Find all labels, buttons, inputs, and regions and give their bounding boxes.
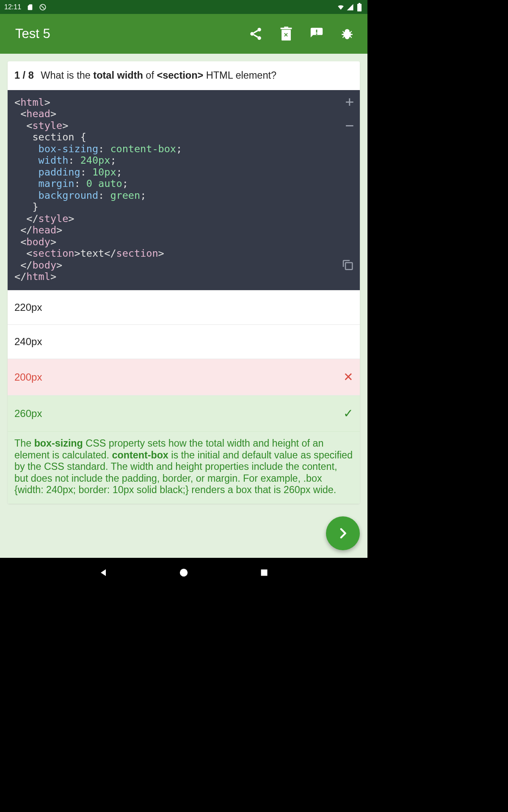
zoom-in-button[interactable]: + xyxy=(345,94,354,109)
bug-report-button[interactable] xyxy=(340,26,355,41)
signal-icon xyxy=(346,3,354,11)
back-button[interactable] xyxy=(97,566,110,579)
zoom-out-button[interactable]: − xyxy=(345,118,354,132)
feedback-button[interactable] xyxy=(309,26,324,41)
svg-rect-10 xyxy=(316,30,318,33)
system-nav-bar xyxy=(0,558,367,587)
status-right xyxy=(337,3,363,11)
answer-option-3[interactable]: 200px ✕ xyxy=(8,359,360,395)
explanation-text: The box-sizing CSS property sets how the… xyxy=(8,431,360,503)
svg-point-3 xyxy=(257,28,261,32)
svg-text:✕: ✕ xyxy=(284,32,289,38)
wifi-icon xyxy=(337,3,345,11)
next-button[interactable] xyxy=(326,516,360,550)
question-text: 1 / 8 What is the total width of <sectio… xyxy=(8,61,360,90)
answer-option-2[interactable]: 240px xyxy=(8,324,360,359)
svg-point-13 xyxy=(180,569,188,576)
question-counter: 1 / 8 xyxy=(14,70,34,81)
svg-rect-11 xyxy=(316,33,318,35)
cross-icon: ✕ xyxy=(343,370,353,384)
no-sync-icon xyxy=(39,3,47,11)
answer-label: 260px xyxy=(14,408,42,420)
svg-point-5 xyxy=(257,36,261,40)
answer-label: 240px xyxy=(14,336,42,348)
svg-point-4 xyxy=(250,32,254,36)
content-area: 1 / 8 What is the total width of <sectio… xyxy=(0,54,367,558)
answer-label: 220px xyxy=(14,302,42,313)
svg-rect-7 xyxy=(281,27,292,29)
code-block: <html> <head> <style> section { box-sizi… xyxy=(8,90,360,291)
status-time: 12:11 xyxy=(4,3,21,11)
svg-rect-2 xyxy=(359,3,360,4)
copy-code-button[interactable] xyxy=(293,247,354,285)
question-card: 1 / 8 What is the total width of <sectio… xyxy=(8,61,360,504)
check-icon: ✓ xyxy=(343,406,353,420)
app-bar: Test 5 ✕ xyxy=(0,14,367,54)
svg-rect-12 xyxy=(345,263,352,269)
delete-button[interactable]: ✕ xyxy=(279,26,294,41)
share-button[interactable] xyxy=(248,26,263,41)
answer-option-1[interactable]: 220px xyxy=(8,290,360,324)
answer-option-4[interactable]: 260px ✓ xyxy=(8,395,360,431)
svg-rect-1 xyxy=(357,4,362,11)
battery-icon xyxy=(356,3,363,11)
page-title: Test 5 xyxy=(15,26,50,41)
answer-list: 220px 240px 200px ✕ 260px ✓ xyxy=(8,290,360,431)
svg-rect-8 xyxy=(284,27,288,27)
sd-card-icon xyxy=(26,3,34,11)
status-bar: 12:11 xyxy=(0,0,367,14)
svg-rect-14 xyxy=(261,570,268,576)
answer-label: 200px xyxy=(14,371,42,383)
recents-button[interactable] xyxy=(258,566,271,579)
home-button[interactable] xyxy=(177,566,190,579)
